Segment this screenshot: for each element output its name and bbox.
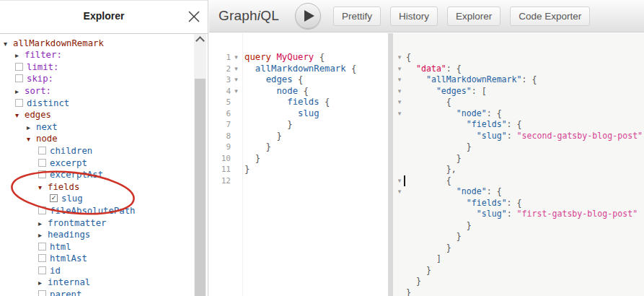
expand-arrow-icon[interactable]: ▸ bbox=[27, 122, 36, 134]
checkbox-icon[interactable] bbox=[38, 266, 46, 274]
fold-gutter bbox=[393, 243, 406, 254]
result-viewer[interactable]: ▾{▾ "data": {▾ "allMarkdownRemark": {▾ "… bbox=[393, 33, 644, 296]
checkbox-icon[interactable] bbox=[38, 254, 46, 262]
fold-arrow-icon[interactable]: ▾ bbox=[393, 74, 406, 86]
pane-divider[interactable] bbox=[388, 33, 393, 296]
collapse-arrow-icon[interactable]: ▾ bbox=[38, 182, 48, 194]
checkbox-icon[interactable] bbox=[38, 290, 46, 296]
result-line: ▾ { bbox=[393, 175, 644, 187]
fold-arrow-icon[interactable]: ▾ bbox=[393, 97, 406, 108]
tree-item-sort[interactable]: ▸sort: bbox=[0, 85, 193, 97]
result-text: ] bbox=[406, 253, 441, 265]
close-icon[interactable] bbox=[188, 10, 200, 23]
expand-arrow-icon[interactable]: ▸ bbox=[38, 218, 48, 230]
result-line: } bbox=[393, 142, 644, 153]
result-text: } bbox=[406, 231, 462, 243]
result-line: "slug": "first-gatsby-blog-post" bbox=[393, 209, 644, 220]
explorer-scrollbar[interactable] bbox=[194, 34, 206, 296]
tree-item-skip[interactable]: skip: bbox=[0, 73, 193, 85]
expand-arrow-icon[interactable]: ▸ bbox=[38, 277, 48, 290]
tree-item-fields[interactable]: ▾fields bbox=[0, 181, 193, 193]
fold-arrow-icon[interactable]: ▾ bbox=[231, 64, 242, 75]
tree-item-excerpt[interactable]: excerpt bbox=[0, 157, 193, 170]
line-number: 9 bbox=[209, 142, 231, 153]
graphiql-logo: GraphiQL bbox=[219, 8, 279, 24]
checkbox-icon[interactable] bbox=[15, 99, 23, 107]
play-icon bbox=[304, 10, 314, 22]
checkbox-checked-icon[interactable]: ✓ bbox=[50, 194, 58, 202]
code-text: } bbox=[242, 131, 282, 142]
checkbox-icon[interactable] bbox=[38, 170, 46, 178]
tree-item-htmlAst[interactable]: htmlAst bbox=[0, 253, 193, 265]
tree-item-label: frontmatter bbox=[48, 218, 106, 228]
code-text: query MyQuery { bbox=[242, 52, 325, 64]
tree-item-allMarkdownRemark[interactable]: ▾allMarkdownRemark bbox=[0, 38, 193, 50]
fold-gutter bbox=[393, 198, 406, 209]
checkbox-icon[interactable] bbox=[38, 159, 46, 167]
tree-item-label: fields bbox=[48, 182, 79, 192]
tree-item-slug[interactable]: ✓slug bbox=[0, 193, 193, 205]
tree-item-node[interactable]: ▾node bbox=[0, 133, 193, 145]
tree-item-limit[interactable]: limit: bbox=[0, 61, 193, 74]
result-text: "allMarkdownRemark": { bbox=[406, 74, 537, 86]
collapse-arrow-icon[interactable]: ▾ bbox=[27, 134, 36, 146]
result-line: ▾ "node": { bbox=[393, 108, 644, 120]
tree-item-distinct[interactable]: distinct bbox=[0, 97, 193, 110]
tree-item-excerptAst[interactable]: excerptAst bbox=[0, 169, 193, 181]
tree-item-filter[interactable]: ▸filter: bbox=[0, 49, 193, 61]
fold-arrow-icon[interactable]: ▾ bbox=[231, 52, 242, 64]
tree-item-frontmatter[interactable]: ▸frontmatter bbox=[0, 217, 193, 230]
scrollbar-thumb[interactable] bbox=[195, 79, 206, 296]
scroll-up-button[interactable] bbox=[194, 34, 206, 46]
fold-arrow-icon[interactable]: ▾ bbox=[393, 86, 406, 97]
collapse-arrow-icon[interactable]: ▾ bbox=[4, 38, 13, 51]
tree-item-fileAbsolutePath[interactable]: fileAbsolutePath bbox=[0, 205, 193, 217]
checkbox-icon[interactable] bbox=[15, 63, 23, 71]
query-line: 8 } bbox=[209, 131, 388, 142]
expand-arrow-icon[interactable]: ▸ bbox=[15, 86, 25, 98]
fold-arrow-icon[interactable]: ▾ bbox=[393, 108, 406, 120]
query-line: 3▾ edges { bbox=[209, 74, 388, 86]
query-editor[interactable]: 1▾query MyQuery {2▾ allMarkdownRemark {3… bbox=[209, 33, 388, 296]
tree-item-headings[interactable]: ▸headings bbox=[0, 229, 193, 241]
code-exporter-button[interactable]: Code Exporter bbox=[510, 6, 590, 26]
checkbox-icon[interactable] bbox=[38, 147, 46, 154]
history-button[interactable]: History bbox=[390, 6, 438, 26]
fold-arrow-icon[interactable]: ▾ bbox=[393, 64, 406, 75]
fold-arrow-icon[interactable]: ▾ bbox=[393, 186, 406, 198]
fold-gutter bbox=[393, 209, 406, 220]
result-line: } bbox=[393, 220, 644, 232]
collapse-arrow-icon[interactable]: ▾ bbox=[15, 110, 25, 122]
tree-item-html[interactable]: html bbox=[0, 241, 193, 253]
tree-item-children[interactable]: children bbox=[0, 145, 193, 157]
result-text: "slug": "first-gatsby-blog-post" bbox=[406, 209, 638, 220]
tree-item-edges[interactable]: ▾edges bbox=[0, 109, 193, 121]
fold-arrow-icon[interactable]: ▾ bbox=[393, 52, 406, 64]
result-text: { bbox=[406, 52, 411, 64]
tree-item-id[interactable]: id bbox=[0, 265, 193, 277]
prettify-button[interactable]: Prettify bbox=[333, 6, 381, 26]
checkbox-icon[interactable] bbox=[38, 206, 46, 214]
checkbox-icon[interactable] bbox=[38, 243, 46, 251]
tree-item-parent[interactable]: parent bbox=[0, 289, 193, 296]
query-line: 5 fields { bbox=[209, 97, 388, 108]
tree-item-next[interactable]: ▸next bbox=[0, 121, 193, 134]
explorer-toggle-button[interactable]: Explorer bbox=[447, 6, 500, 26]
fold-arrow-icon[interactable]: ▾ bbox=[231, 74, 242, 86]
code-text: slug bbox=[242, 108, 319, 120]
fold-gutter bbox=[231, 153, 242, 165]
result-text: } bbox=[406, 243, 451, 254]
fold-gutter bbox=[231, 142, 242, 153]
result-line: ] bbox=[393, 253, 644, 265]
tree-item-internal[interactable]: ▸internal bbox=[0, 277, 193, 289]
graphiql-app: Explorer ▸allFile▾allMarkdownRemark▸filt… bbox=[0, 0, 644, 296]
fold-arrow-icon[interactable]: ▾ bbox=[231, 86, 242, 97]
fold-gutter bbox=[393, 253, 406, 265]
result-line: "slug": "second-gatsby-blog-post" bbox=[393, 131, 644, 142]
execute-query-button[interactable] bbox=[295, 3, 321, 29]
query-line: 4▾ node { bbox=[209, 86, 388, 97]
checkbox-icon[interactable] bbox=[15, 74, 23, 82]
result-text: "fields": { bbox=[406, 198, 522, 209]
expand-arrow-icon[interactable]: ▸ bbox=[15, 50, 25, 62]
expand-arrow-icon[interactable]: ▸ bbox=[38, 230, 48, 242]
